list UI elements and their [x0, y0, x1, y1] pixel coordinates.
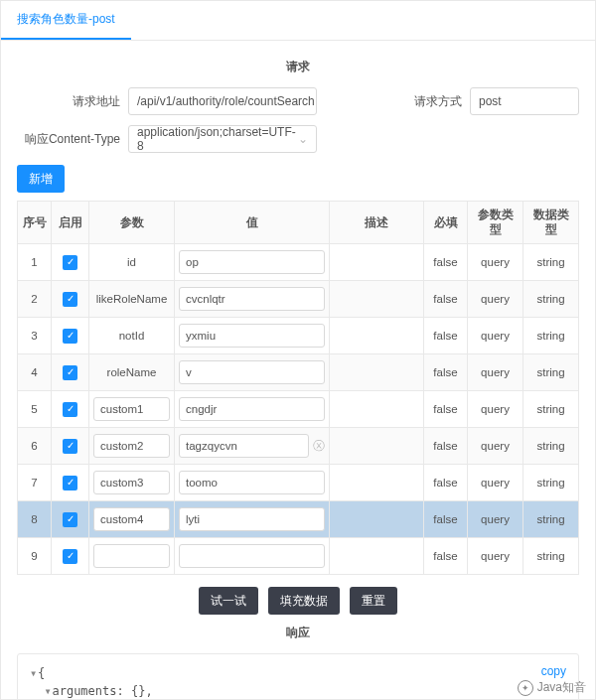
table-row[interactable]: 4✓roleNamefalsequerystring	[18, 354, 579, 391]
ptype-text: query	[481, 330, 510, 342]
copy-link[interactable]: copy	[541, 662, 566, 680]
resp-arguments-key: arguments	[52, 684, 116, 698]
dtype-text: string	[536, 330, 564, 342]
table-row[interactable]: 8✓falsequerystring	[18, 501, 579, 538]
request-section-title: 请求	[17, 59, 579, 75]
col-param-type: 参数类型	[468, 202, 523, 244]
ptype-text: query	[481, 440, 510, 452]
dtype-text: string	[536, 403, 564, 415]
col-data-type: 数据类型	[523, 202, 579, 244]
required-text: false	[433, 513, 457, 525]
param-text: notId	[119, 330, 145, 342]
ptype-text: query	[481, 256, 510, 268]
param-input[interactable]	[93, 507, 170, 531]
enable-checkbox[interactable]: ✓	[63, 402, 77, 417]
row-index: 9	[31, 550, 37, 562]
method-label: 请求方式	[402, 93, 462, 110]
watermark-text: Java知音	[537, 679, 586, 696]
response-body: copy▾{ ▾arguments: {}, message: "授权错误", …	[17, 653, 579, 699]
enable-checkbox[interactable]: ✓	[63, 329, 77, 344]
dtype-text: string	[536, 440, 564, 452]
enable-checkbox[interactable]: ✓	[63, 439, 77, 454]
table-row[interactable]: 6✓ⓧfalsequerystring	[18, 428, 579, 465]
clear-icon[interactable]: ⓧ	[313, 438, 325, 455]
value-input[interactable]	[179, 544, 325, 568]
ptype-text: query	[481, 293, 510, 305]
value-input[interactable]	[179, 287, 325, 311]
param-input[interactable]	[93, 544, 170, 568]
row-index: 5	[31, 403, 37, 415]
table-row[interactable]: 2✓likeRoleNamefalsequerystring	[18, 281, 579, 318]
content-type-select[interactable]: application/json;charset=UTF-8 ⌄	[128, 125, 317, 153]
value-input[interactable]	[179, 360, 325, 384]
param-input[interactable]	[93, 397, 170, 421]
dtype-text: string	[536, 293, 564, 305]
method-input[interactable]: post	[470, 87, 579, 115]
table-row[interactable]: 5✓falsequerystring	[18, 391, 579, 428]
fill-button[interactable]: 填充数据	[268, 587, 340, 615]
value-input[interactable]	[179, 250, 325, 274]
chevron-down-icon: ⌄	[298, 132, 308, 146]
watermark: ✦ Java知音	[518, 679, 586, 696]
table-row[interactable]: 1✓idfalsequerystring	[18, 244, 579, 281]
reset-button[interactable]: 重置	[350, 587, 397, 615]
required-text: false	[433, 366, 457, 378]
dtype-text: string	[536, 477, 564, 489]
dtype-text: string	[536, 256, 564, 268]
param-input[interactable]	[93, 434, 170, 458]
param-text: roleName	[107, 366, 157, 378]
value-input[interactable]	[179, 434, 309, 458]
ptype-text: query	[481, 550, 510, 562]
ptype-text: query	[481, 513, 510, 525]
add-button[interactable]: 新增	[17, 165, 65, 193]
ptype-text: query	[481, 403, 510, 415]
response-section-title: 响应	[17, 625, 579, 641]
enable-checkbox[interactable]: ✓	[63, 365, 77, 380]
enable-checkbox[interactable]: ✓	[63, 549, 77, 564]
row-index: 7	[31, 477, 37, 489]
table-row[interactable]: 3✓notIdfalsequerystring	[18, 318, 579, 354]
row-index: 3	[31, 330, 37, 342]
content-type-value: application/json;charset=UTF-8	[137, 125, 298, 153]
row-index: 6	[31, 440, 37, 452]
required-text: false	[433, 256, 457, 268]
resp-arguments-val: {}	[131, 684, 145, 698]
tabs-bar: 搜索角色数量-post	[1, 1, 595, 41]
row-index: 2	[31, 293, 37, 305]
dtype-text: string	[536, 366, 564, 378]
enable-checkbox[interactable]: ✓	[63, 292, 77, 307]
value-input[interactable]	[179, 507, 325, 531]
enable-checkbox[interactable]: ✓	[63, 512, 77, 527]
required-text: false	[433, 477, 457, 489]
dtype-text: string	[536, 513, 564, 525]
enable-checkbox[interactable]: ✓	[63, 476, 77, 490]
ptype-text: query	[481, 477, 510, 489]
row-index: 8	[31, 513, 37, 525]
url-input[interactable]: /api/v1/authority/role/countSearch	[128, 87, 317, 115]
required-text: false	[433, 440, 457, 452]
col-index: 序号	[18, 202, 52, 244]
col-desc: 描述	[330, 202, 424, 244]
param-input[interactable]	[93, 471, 170, 494]
col-value: 值	[175, 202, 330, 244]
tab-active[interactable]: 搜索角色数量-post	[1, 1, 131, 40]
params-table: 序号 启用 参数 值 描述 必填 参数类型 数据类型 1✓idfalsequer…	[17, 201, 579, 575]
dtype-text: string	[536, 550, 564, 562]
value-input[interactable]	[179, 397, 325, 421]
content-type-label: 响应Content-Type	[17, 131, 120, 148]
col-enable: 启用	[52, 202, 89, 244]
try-button[interactable]: 试一试	[199, 587, 258, 615]
required-text: false	[433, 550, 457, 562]
value-input[interactable]	[179, 324, 325, 348]
required-text: false	[433, 330, 457, 342]
param-text: id	[127, 256, 136, 268]
required-text: false	[433, 293, 457, 305]
enable-checkbox[interactable]: ✓	[63, 255, 77, 270]
row-index: 4	[31, 366, 37, 378]
row-index: 1	[31, 256, 37, 268]
value-input[interactable]	[179, 471, 325, 494]
table-row[interactable]: 9✓falsequerystring	[18, 538, 579, 575]
col-required: 必填	[424, 202, 468, 244]
url-label: 请求地址	[17, 93, 120, 110]
table-row[interactable]: 7✓falsequerystring	[18, 465, 579, 501]
